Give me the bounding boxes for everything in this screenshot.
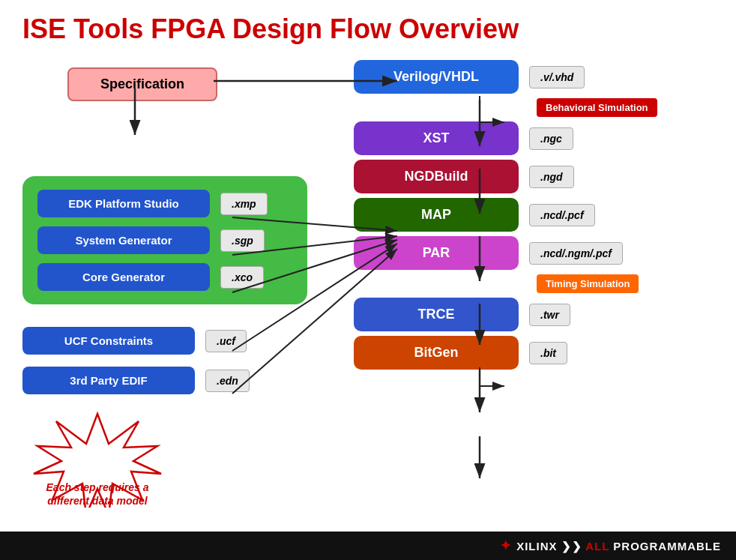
trce-file-tag: .twr xyxy=(529,304,570,326)
trce-box: TRCE xyxy=(354,298,519,331)
sysgen-button: System Generator xyxy=(37,226,210,254)
coregen-file-tag: .xco xyxy=(220,266,264,289)
tool-row-sysgen: System Generator .sgp xyxy=(37,226,292,254)
coregen-button: Core Generator xyxy=(37,263,210,291)
programmable-label: PROGRAMMABLE xyxy=(613,540,721,553)
verilog-box: Verilog/VHDL xyxy=(354,60,519,94)
page-title: ISE Tools FPGA Design Flow Overview xyxy=(0,0,736,52)
flow-item-behavioral: Behavioral Simulation xyxy=(526,98,714,117)
flow-item-map: MAP .ncd/.pcf xyxy=(354,198,714,232)
map-box: MAP xyxy=(354,198,519,232)
arrow-separator: ❯❯ xyxy=(561,540,586,553)
spec-box: Specification xyxy=(67,67,217,101)
ngdbuild-file-tag: .ngd xyxy=(529,166,574,188)
edk-file-tag: .xmp xyxy=(220,193,268,215)
ngdbuild-box: NGDBuild xyxy=(354,160,519,193)
flow-item-timing: Timing Simulation xyxy=(526,274,714,293)
par-box: PAR xyxy=(354,236,519,270)
flow-item-verilog: Verilog/VHDL .v/.vhd xyxy=(354,60,714,94)
edif-file-tag: .edn xyxy=(205,370,250,392)
right-column: Verilog/VHDL .v/.vhd Behavioral Simulati… xyxy=(354,60,714,374)
ucf-button: UCF Constraints xyxy=(22,327,195,355)
tool-row-coregen: Core Generator .xco xyxy=(37,263,292,291)
ucf-file-tag: .ucf xyxy=(205,330,247,352)
flow-item-par: PAR .ncd/.ngm/.pcf xyxy=(354,236,714,270)
sysgen-file-tag: .sgp xyxy=(220,229,265,252)
edif-section: 3rd Party EDIF .edn xyxy=(22,367,345,394)
left-column: Specification EDK Platform Studio .xmp S… xyxy=(22,67,345,394)
green-container: EDK Platform Studio .xmp System Generato… xyxy=(22,176,307,304)
behavioral-simulation-badge: Behavioral Simulation xyxy=(537,98,657,117)
flow-item-trce: TRCE .twr xyxy=(354,298,714,331)
flow-item-bitgen: BitGen .bit xyxy=(354,336,714,370)
all-text: ALL xyxy=(585,540,609,553)
bitgen-file-tag: .bit xyxy=(529,342,567,364)
flow-item-ngdbuild: NGDBuild .ngd xyxy=(354,160,714,193)
spec-label: Specification xyxy=(100,76,184,91)
edif-button: 3rd Party EDIF xyxy=(22,367,195,394)
xst-box: XST xyxy=(354,121,519,155)
map-file-tag: .ncd/.pcf xyxy=(529,204,595,226)
xilinx-x-icon: ✦ xyxy=(500,538,516,553)
edk-button: EDK Platform Studio xyxy=(37,190,210,217)
xilinx-text: XILINX xyxy=(516,540,557,553)
xilinx-logo: ✦ XILINX ❯❯ ALL PROGRAMMABLE xyxy=(500,538,721,554)
bitgen-box: BitGen xyxy=(354,336,519,370)
xst-file-tag: .ngc xyxy=(529,127,573,150)
timing-simulation-badge: Timing Simulation xyxy=(537,274,639,293)
bottom-bar: ✦ XILINX ❯❯ ALL PROGRAMMABLE xyxy=(0,532,736,560)
slide: ISE Tools FPGA Design Flow Overview Spec… xyxy=(0,0,736,560)
par-file-tag: .ncd/.ngm/.pcf xyxy=(529,242,623,265)
content-area: Specification EDK Platform Studio .xmp S… xyxy=(0,60,736,530)
starburst-container: Each step requires a different data mode… xyxy=(15,410,180,515)
verilog-file-tag: .v/.vhd xyxy=(529,66,585,88)
ucf-section: UCF Constraints .ucf xyxy=(22,327,345,355)
starburst-text: Each step requires a different data mode… xyxy=(37,481,157,508)
flow-item-xst: XST .ngc xyxy=(354,121,714,155)
tool-row-edk: EDK Platform Studio .xmp xyxy=(37,190,292,217)
